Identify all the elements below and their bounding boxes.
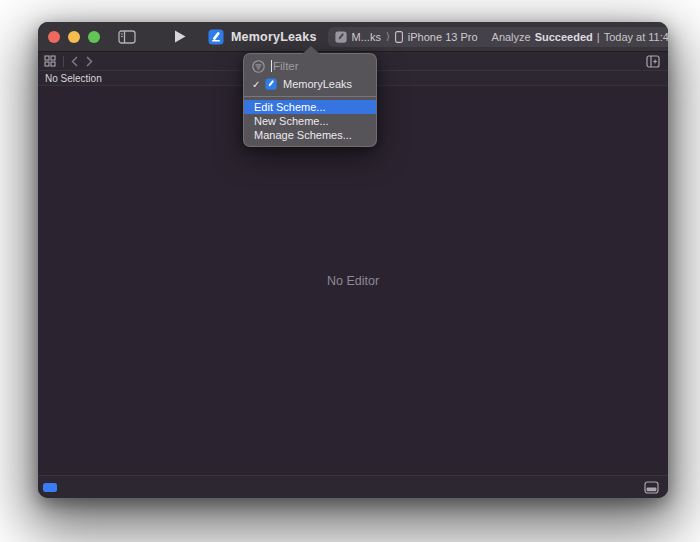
- filter-icon: [252, 60, 265, 73]
- no-editor-placeholder: No Editor: [327, 274, 379, 288]
- toolbar-status-pill: M...ks ⟩ iPhone 13 Pro AnalyzeSucceeded …: [328, 27, 668, 47]
- checkmark-icon: ✓: [252, 79, 265, 90]
- scheme-name: M...ks: [352, 31, 381, 43]
- scheme-filter-input[interactable]: Filter: [244, 57, 376, 75]
- titlebar: MemoryLeaks M...ks ⟩ iPhone 13 Pro: [38, 22, 668, 52]
- scheme-selector[interactable]: M...ks: [335, 31, 381, 43]
- menu-separator: [244, 96, 376, 97]
- jump-bar-text: No Selection: [45, 73, 102, 84]
- close-button[interactable]: [48, 31, 60, 43]
- status-result: Succeeded: [535, 31, 593, 43]
- window-title: MemoryLeaks: [231, 30, 317, 44]
- menu-item-edit-scheme[interactable]: Edit Scheme...: [244, 100, 376, 114]
- zoom-button[interactable]: [88, 31, 100, 43]
- bottom-bar: [38, 475, 668, 498]
- destination-name: iPhone 13 Pro: [408, 31, 478, 43]
- iphone-icon: [395, 31, 403, 43]
- sidebar-toggle-icon[interactable]: [118, 30, 136, 44]
- menu-item-scheme[interactable]: ✓ MemoryLeaks: [244, 75, 376, 93]
- scheme-app-icon: [265, 78, 277, 90]
- debug-area-toggle-icon[interactable]: [644, 481, 659, 494]
- back-chevron-icon[interactable]: [71, 56, 78, 67]
- menu-item-manage-schemes[interactable]: Manage Schemes...: [244, 128, 376, 142]
- run-button[interactable]: [174, 30, 186, 43]
- filter-placeholder: Filter: [273, 60, 299, 72]
- toolbar-divider: [63, 56, 64, 67]
- breakpoint-icon[interactable]: [43, 483, 57, 492]
- scheme-item-label: MemoryLeaks: [283, 78, 352, 90]
- minimize-button[interactable]: [68, 31, 80, 43]
- scheme-app-icon: [335, 31, 347, 43]
- text-caret: [271, 60, 272, 72]
- xcode-project-icon: [208, 29, 224, 45]
- forward-chevron-icon[interactable]: [86, 56, 93, 67]
- menu-item-new-scheme[interactable]: New Scheme...: [244, 114, 376, 128]
- status-action: Analyze: [492, 31, 531, 43]
- activity-status[interactable]: AnalyzeSucceeded | Today at 11:45: [492, 31, 668, 43]
- scheme-chevron: ⟩: [386, 31, 390, 42]
- navigator-grid-icon[interactable]: [44, 55, 56, 67]
- traffic-lights: [48, 31, 100, 43]
- scheme-popover-menu: Filter ✓ MemoryLeaks Edit Scheme... New …: [243, 53, 377, 147]
- status-time: Today at 11:45: [604, 31, 668, 43]
- editor-options-icon[interactable]: [646, 55, 660, 68]
- status-separator: |: [597, 31, 600, 43]
- run-destination[interactable]: iPhone 13 Pro: [395, 31, 478, 43]
- desktop: MemoryLeaks M...ks ⟩ iPhone 13 Pro: [0, 0, 700, 542]
